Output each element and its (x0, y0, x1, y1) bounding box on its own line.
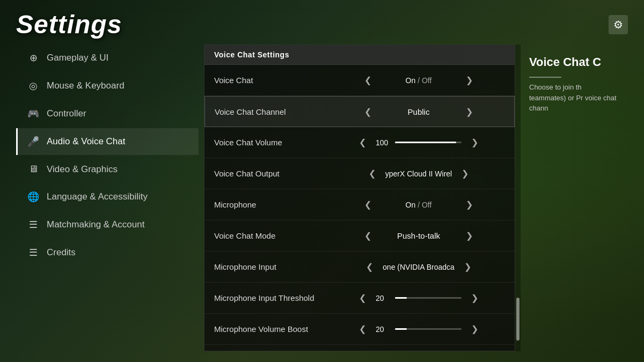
setting-row-voice-chat-mode: Voice Chat Mode ❮ Push-to-talk ❯ (204, 220, 515, 252)
volume-slider-track[interactable] (395, 142, 462, 143)
voice-chat-value: On / Off (381, 76, 456, 85)
sidebar-item-gameplay[interactable]: ⊕ Gameplay & UI (16, 45, 199, 71)
microphone-left-arrow[interactable]: ❮ (360, 197, 376, 212)
boost-slider-track[interactable] (395, 328, 462, 330)
setting-row-microphone-input: Microphone Input ❮ one (NVIDIA Broadca ❯ (204, 252, 515, 283)
page-container: Settings ⚙ ⊕ Gameplay & UI ◎ Mouse & Key… (0, 0, 644, 362)
output-right-arrow[interactable]: ❯ (457, 166, 473, 181)
setting-row-mic-input-threshold: Microphone Input Threshold ❮ 20 ❯ (204, 283, 515, 314)
content-area: Voice Chat Settings Voice Chat ❮ On / Of… (204, 45, 628, 351)
voice-chat-volume-label: Voice Chat Volume (214, 138, 332, 147)
sidebar-label-mouse: Mouse & Keyboard (47, 80, 125, 91)
threshold-slider-fill (395, 297, 407, 299)
sidebar-item-video[interactable]: 🖥 Video & Graphics (16, 156, 199, 182)
volume-left-arrow[interactable]: ❮ (355, 135, 370, 150)
boost-right-arrow[interactable]: ❯ (467, 322, 482, 336)
volume-slider-container: 100 (376, 138, 462, 147)
sidebar-item-controller[interactable]: 🎮 Controller (16, 100, 199, 127)
main-layout: ⊕ Gameplay & UI ◎ Mouse & Keyboard 🎮 Con… (0, 45, 644, 362)
boost-num: 20 (376, 325, 391, 334)
audio-icon: 🎤 (27, 136, 39, 147)
voice-chat-mode-label: Voice Chat Mode (214, 231, 332, 240)
boost-slider-container: 20 (376, 325, 462, 334)
sidebar-label-matchmaking: Matchmaking & Account (47, 219, 144, 230)
setting-row-microphone: Microphone ❮ On / Off ❯ (204, 189, 515, 220)
mic-volume-boost-label: Microphone Volume Boost (214, 324, 332, 334)
sidebar-label-video: Video & Graphics (47, 164, 118, 175)
voice-chat-channel-value: Public (381, 107, 456, 116)
threshold-num: 20 (376, 294, 391, 302)
mic-input-threshold-label: Microphone Input Threshold (214, 293, 332, 302)
voice-chat-output-control: ❮ yperX Cloud II Wirel ❯ (332, 166, 505, 181)
microphone-input-label: Microphone Input (214, 262, 332, 271)
controller-icon: 🎮 (27, 108, 39, 120)
voice-chat-channel-control: ❮ Public ❯ (333, 105, 504, 119)
voice-chat-output-label: Voice Chat Output (214, 169, 332, 178)
settings-rows: Voice Chat ❮ On / Off ❯ Voice Chat Chann… (204, 65, 515, 351)
microphone-on: On (406, 201, 416, 209)
voice-chat-output-value: yperX Cloud II Wirel (385, 169, 452, 178)
sidebar-item-mouse[interactable]: ◎ Mouse & Keyboard (16, 72, 199, 99)
mouse-icon: ◎ (27, 80, 39, 92)
sidebar-label-audio: Audio & Voice Chat (47, 136, 125, 147)
voice-chat-volume-control: ❮ 100 ❯ (332, 135, 505, 150)
mic-input-left-arrow[interactable]: ❮ (362, 260, 377, 274)
info-panel: Voice Chat C Choose to join th teammates… (521, 45, 628, 351)
microphone-right-arrow[interactable]: ❯ (462, 197, 477, 212)
channel-right-arrow[interactable]: ❯ (462, 105, 477, 119)
mic-volume-boost-control: ❮ 20 ❯ (332, 322, 505, 336)
scrollbar-thumb[interactable] (516, 298, 519, 341)
setting-row-voice-chat: Voice Chat ❮ On / Off ❯ (204, 65, 515, 96)
sidebar-item-matchmaking[interactable]: ☰ Matchmaking & Account (16, 211, 199, 238)
threshold-slider-track[interactable] (395, 297, 462, 299)
video-icon: 🖥 (27, 164, 39, 175)
microphone-control: ❮ On / Off ❯ (332, 197, 505, 212)
voice-chat-control: ❮ On / Off ❯ (332, 73, 505, 87)
microphone-value: On / Off (381, 201, 456, 209)
voice-chat-right-arrow[interactable]: ❯ (462, 73, 477, 87)
sidebar-label-credits: Credits (47, 247, 76, 258)
volume-num: 100 (376, 138, 391, 147)
mic-input-threshold-control: ❮ 20 ❯ (332, 291, 505, 305)
info-divider (529, 77, 561, 78)
credits-icon: ☰ (27, 247, 39, 258)
mode-right-arrow[interactable]: ❯ (462, 228, 477, 243)
page-title: Settings (16, 10, 122, 39)
output-left-arrow[interactable]: ❮ (364, 166, 380, 181)
voice-chat-left-arrow[interactable]: ❮ (360, 73, 376, 87)
mode-left-arrow[interactable]: ❮ (360, 228, 376, 243)
volume-right-arrow[interactable]: ❯ (467, 135, 482, 150)
voice-chat-mode-control: ❮ Push-to-talk ❯ (332, 228, 505, 243)
setting-row-voice-chat-volume: Voice Chat Volume ❮ 100 ❯ (204, 127, 515, 158)
language-icon: 🌐 (27, 191, 39, 203)
panel-header: Voice Chat Settings (204, 45, 515, 65)
voice-chat-on: On (406, 76, 416, 85)
microphone-input-control: ❮ one (NVIDIA Broadca ❯ (332, 260, 505, 274)
threshold-right-arrow[interactable]: ❯ (467, 291, 482, 305)
sidebar-item-audio[interactable]: 🎤 Audio & Voice Chat (16, 128, 199, 155)
sidebar-label-language: Language & Accessibility (47, 191, 148, 202)
info-title: Voice Chat C (529, 55, 619, 69)
threshold-left-arrow[interactable]: ❮ (355, 291, 370, 305)
mic-input-right-arrow[interactable]: ❯ (460, 260, 475, 274)
volume-slider-fill (395, 142, 456, 143)
sidebar-label-gameplay: Gameplay & UI (47, 53, 108, 63)
gameplay-icon: ⊕ (27, 52, 39, 64)
sidebar-item-credits[interactable]: ☰ Credits (16, 239, 199, 266)
boost-left-arrow[interactable]: ❮ (355, 322, 370, 336)
scrollbar[interactable] (515, 45, 521, 351)
header-icon[interactable]: ⚙ (609, 15, 628, 34)
boost-slider-fill (395, 328, 407, 330)
threshold-slider-container: 20 (376, 294, 462, 302)
info-text: Choose to join th teammates) or Pr voice… (529, 82, 619, 114)
header: Settings ⚙ (0, 0, 644, 45)
channel-left-arrow[interactable]: ❮ (360, 105, 376, 119)
matchmaking-icon: ☰ (27, 219, 39, 231)
microphone-input-value: one (NVIDIA Broadca (383, 263, 455, 271)
microphone-label: Microphone (214, 200, 332, 209)
setting-row-voice-chat-channel: Voice Chat Channel ❮ Public ❯ (204, 96, 515, 127)
voice-chat-mode-value: Push-to-talk (381, 231, 456, 240)
setting-row-voice-chat-output: Voice Chat Output ❮ yperX Cloud II Wirel… (204, 158, 515, 189)
sidebar: ⊕ Gameplay & UI ◎ Mouse & Keyboard 🎮 Con… (16, 45, 199, 351)
sidebar-item-language[interactable]: 🌐 Language & Accessibility (16, 183, 199, 210)
